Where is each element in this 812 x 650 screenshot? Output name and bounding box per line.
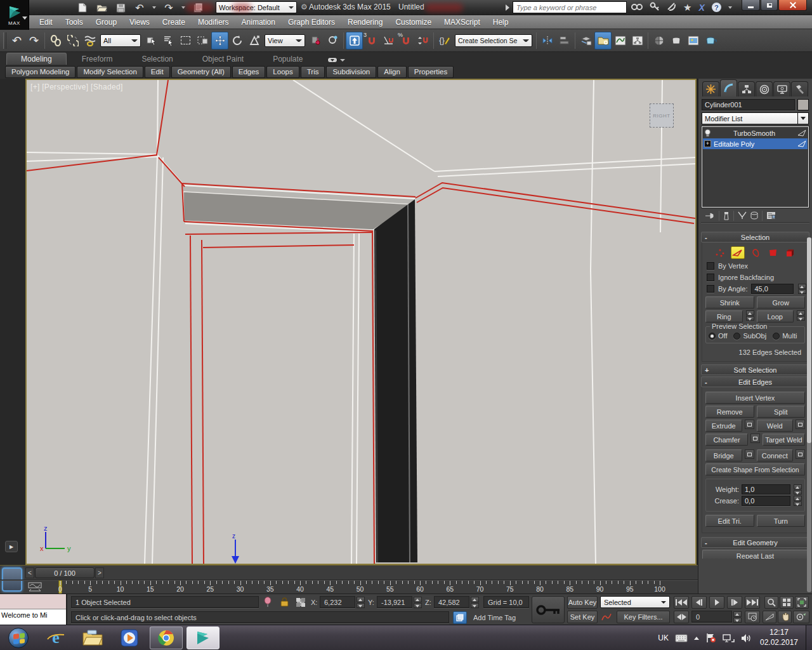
bridge-settings-button[interactable]	[745, 449, 754, 459]
menu-item-animation[interactable]: Animation	[235, 16, 282, 29]
select-and-move-icon[interactable]	[211, 32, 228, 50]
ribbon-panel-properties[interactable]: Properties	[408, 66, 454, 78]
spinner-snap-toggle-icon[interactable]	[414, 32, 431, 50]
repeat-last-button-partial[interactable]: Repeat Last	[702, 550, 808, 559]
edit-geometry-header[interactable]: - Edit Geometry	[701, 537, 809, 548]
exchange-apps-icon[interactable]: X	[698, 3, 704, 13]
zoom-all-icon[interactable]	[780, 596, 794, 609]
selection-rollout-header[interactable]: - Selection	[701, 232, 809, 242]
align-icon[interactable]	[556, 32, 573, 50]
border-mode-icon[interactable]	[749, 246, 763, 259]
by-angle-checkbox[interactable]: By Angle: 45,0	[704, 283, 806, 295]
select-object-icon[interactable]	[143, 32, 160, 50]
go-to-end-button[interactable]	[745, 596, 760, 609]
pan-view-icon[interactable]	[778, 611, 792, 623]
key-filters-button[interactable]: Key Filters...	[617, 611, 670, 623]
show-end-result-icon[interactable]	[723, 211, 730, 220]
window-crossing-icon[interactable]	[194, 32, 211, 50]
checkbox-icon[interactable]	[707, 262, 714, 270]
ribbon-panel-edges[interactable]: Edges	[232, 66, 266, 78]
set-key-button[interactable]: Set Key	[567, 611, 598, 623]
show-desktop-button[interactable]	[806, 625, 812, 650]
ribbon-tab-populate[interactable]: Populate	[259, 53, 317, 65]
remove-button[interactable]: Remove	[705, 406, 754, 418]
use-pivot-point-icon[interactable]	[307, 32, 324, 50]
insert-vertex-button[interactable]: Insert Vertex	[705, 392, 805, 404]
angle-snap-toggle-icon[interactable]	[380, 32, 397, 50]
help-icon[interactable]: ?	[712, 3, 721, 12]
ring-button[interactable]: Ring	[705, 310, 743, 322]
curve-editor-icon[interactable]	[612, 32, 629, 50]
transform-typein-icon[interactable]	[294, 596, 307, 608]
vertex-mode-icon[interactable]	[713, 246, 727, 259]
weld-button[interactable]: Weld	[757, 420, 794, 432]
edge-mode-icon[interactable]	[731, 246, 745, 259]
polygon-mode-icon[interactable]	[766, 246, 780, 259]
ring-spinner[interactable]	[746, 310, 754, 321]
minimize-button[interactable]	[742, 0, 760, 11]
close-button[interactable]	[778, 0, 807, 11]
menu-item-help[interactable]: Help	[487, 16, 515, 29]
current-frame-field[interactable]: 0	[691, 611, 732, 623]
weight-field[interactable]: 1,0	[742, 484, 790, 494]
ribbon-panel-align[interactable]: Align	[377, 66, 407, 78]
radio-icon[interactable]	[773, 333, 780, 340]
start-button[interactable]	[4, 627, 33, 649]
select-by-name-icon[interactable]	[160, 32, 177, 50]
search-binoculars-icon[interactable]	[631, 3, 643, 13]
default-in-out-tangent-icon[interactable]	[600, 611, 613, 623]
undo-scene-icon[interactable]: ↶	[8, 32, 25, 50]
preview-radio-subobj[interactable]: SubObj	[733, 332, 766, 340]
remove-modifier-icon[interactable]	[750, 211, 758, 220]
subscription-key-icon[interactable]	[650, 2, 660, 13]
percent-snap-toggle-icon[interactable]: %	[397, 32, 414, 50]
expand-plus-icon[interactable]: +	[704, 140, 711, 147]
keyboard-icon[interactable]	[675, 634, 688, 642]
help-caret-icon[interactable]	[728, 6, 732, 9]
tab-modify[interactable]	[720, 79, 737, 96]
menu-item-views[interactable]: Views	[123, 16, 156, 29]
tab-utilities[interactable]	[791, 81, 808, 96]
tab-display[interactable]	[773, 81, 790, 96]
toggle-scene-explorer-icon[interactable]	[594, 32, 612, 50]
object-color-swatch[interactable]	[797, 99, 809, 110]
select-and-manipulate-icon[interactable]	[324, 32, 341, 50]
menu-item-rendering[interactable]: Rendering	[341, 16, 389, 29]
ribbon-minimize-icon[interactable]	[327, 57, 345, 63]
ribbon-panel-edit[interactable]: Edit	[145, 66, 170, 78]
preview-radio-off[interactable]: Off	[709, 332, 727, 340]
manage-layers-icon[interactable]	[577, 32, 594, 50]
lightbulb-icon[interactable]	[704, 129, 711, 137]
render-production-icon[interactable]	[702, 32, 719, 50]
ribbon-panel-modify-selection[interactable]: Modify Selection	[77, 66, 143, 78]
modifier-list-caret-icon[interactable]	[798, 112, 809, 124]
tab-motion[interactable]	[756, 81, 773, 96]
frame-spinner[interactable]	[733, 611, 742, 623]
go-to-start-button[interactable]	[674, 596, 689, 609]
extrude-button[interactable]: Extrude	[705, 420, 742, 432]
time-configuration-icon[interactable]	[745, 611, 760, 623]
open-mini-curve-editor-icon[interactable]	[28, 582, 42, 592]
stack-row-editable-poly[interactable]: + Editable Poly	[703, 138, 808, 149]
rendered-frame-window-icon[interactable]	[684, 32, 702, 50]
menu-item-modifiers[interactable]: Modifiers	[192, 16, 235, 29]
ribbon-panel-loops[interactable]: Loops	[266, 66, 299, 78]
listener-output-pane[interactable]: Welcome to Mi	[0, 609, 66, 625]
action-center-flag-icon[interactable]	[705, 633, 716, 643]
edit-tri-button[interactable]: Edit Tri.	[705, 515, 754, 527]
ribbon-panel-polygon-modeling[interactable]: Polygon Modeling	[5, 66, 75, 78]
communication-center-icon[interactable]	[667, 2, 676, 13]
checkbox-icon[interactable]	[707, 274, 714, 281]
orbit-maximize-icons[interactable]	[793, 611, 809, 623]
menu-item-maxscript[interactable]: MAXScript	[438, 16, 487, 29]
make-unique-icon[interactable]	[738, 211, 747, 220]
auto-key-button[interactable]: Auto Key	[567, 596, 598, 609]
redo-icon[interactable]: ↷	[162, 2, 175, 14]
weld-settings-button[interactable]	[796, 420, 805, 429]
preview-radio-multi[interactable]: Multi	[773, 332, 797, 340]
tab-hierarchy[interactable]	[738, 81, 755, 96]
pin-stack-icon[interactable]	[705, 212, 715, 220]
ribbon-tab-freeform[interactable]: Freeform	[68, 53, 127, 65]
taskbar-explorer[interactable]	[76, 627, 109, 649]
ribbon-panel-subdivision[interactable]: Subdivision	[326, 66, 376, 78]
